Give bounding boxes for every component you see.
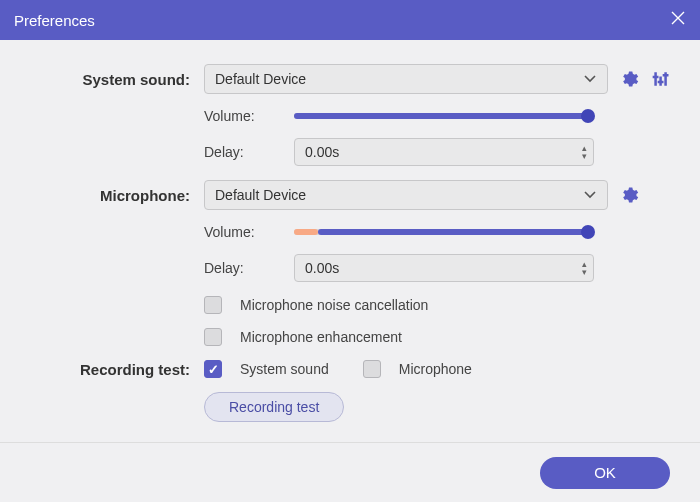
noise-cancellation-checkbox[interactable]	[204, 296, 222, 314]
recording-test-system-sound-checkbox[interactable]	[204, 360, 222, 378]
chevron-down-icon	[583, 190, 597, 200]
microphone-volume-label: Volume:	[204, 224, 284, 240]
gear-icon[interactable]	[618, 68, 640, 90]
recording-test-label: Recording test:	[24, 361, 204, 378]
system-sound-volume-slider[interactable]	[294, 113, 594, 119]
system-sound-delay-spinner[interactable]: 0.00s ▴▾	[294, 138, 594, 166]
close-icon[interactable]	[670, 10, 686, 30]
spinner-arrows-icon[interactable]: ▴▾	[582, 261, 587, 276]
microphone-device-select[interactable]: Default Device	[204, 180, 608, 210]
sliders-icon[interactable]	[650, 68, 672, 90]
enhancement-checkbox[interactable]	[204, 328, 222, 346]
noise-cancellation-label: Microphone noise cancellation	[240, 297, 428, 313]
system-sound-delay-label: Delay:	[204, 144, 284, 160]
ok-button[interactable]: OK	[540, 457, 670, 489]
preferences-content: System sound: Default Device Volume:	[0, 40, 700, 446]
footer: OK	[0, 442, 700, 502]
microphone-label: Microphone:	[24, 187, 204, 204]
titlebar: Preferences	[0, 0, 700, 40]
recording-test-system-sound-label: System sound	[240, 361, 329, 377]
chevron-down-icon	[583, 74, 597, 84]
recording-test-button[interactable]: Recording test	[204, 392, 344, 422]
microphone-device-value: Default Device	[215, 187, 306, 203]
recording-test-microphone-checkbox[interactable]	[363, 360, 381, 378]
microphone-volume-slider[interactable]	[294, 229, 594, 235]
microphone-delay-value: 0.00s	[305, 260, 339, 276]
gear-icon[interactable]	[618, 184, 640, 206]
enhancement-label: Microphone enhancement	[240, 329, 402, 345]
microphone-delay-label: Delay:	[204, 260, 284, 276]
recording-test-microphone-label: Microphone	[399, 361, 472, 377]
system-sound-volume-label: Volume:	[204, 108, 284, 124]
system-sound-delay-value: 0.00s	[305, 144, 339, 160]
microphone-delay-spinner[interactable]: 0.00s ▴▾	[294, 254, 594, 282]
system-sound-device-select[interactable]: Default Device	[204, 64, 608, 94]
spinner-arrows-icon[interactable]: ▴▾	[582, 145, 587, 160]
system-sound-device-value: Default Device	[215, 71, 306, 87]
system-sound-label: System sound:	[24, 71, 204, 88]
window-title: Preferences	[14, 12, 95, 29]
